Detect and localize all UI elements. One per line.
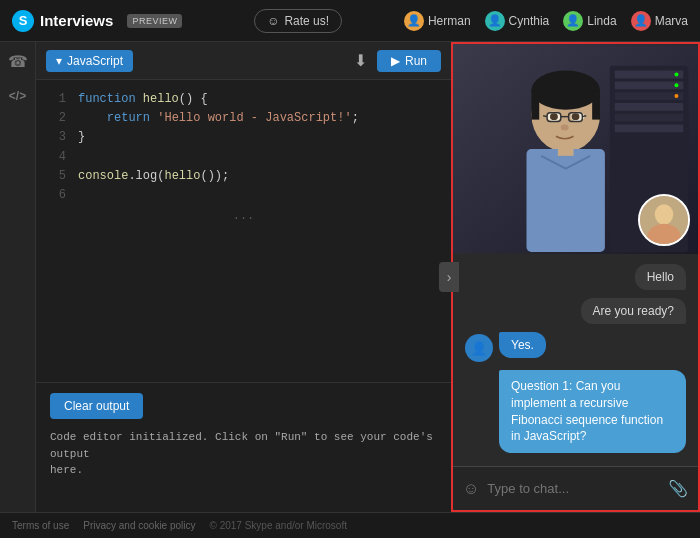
play-icon: ▶ <box>391 54 400 68</box>
code-line-6: 6 <box>36 186 451 205</box>
svg-point-8 <box>674 73 678 77</box>
svg-point-9 <box>674 83 678 87</box>
smiley-icon: ☺ <box>267 14 279 28</box>
code-line-5: 5 console.log(hello()); <box>36 167 451 186</box>
code-line-3: 3 } <box>36 128 451 147</box>
message-question: Question 1: Can you implement a recursiv… <box>499 370 686 453</box>
preview-badge: PREVIEW <box>127 14 182 28</box>
download-button[interactable]: ⬇ <box>354 51 367 70</box>
output-line-2: here. <box>50 464 83 476</box>
user-name-herman: Herman <box>428 14 471 28</box>
code-toolbar: ▾ JavaScript ⬇ ▶ Run <box>36 42 451 80</box>
user-herman[interactable]: 👤 Herman <box>404 11 471 31</box>
svg-point-24 <box>561 125 569 131</box>
message-yes: Yes. <box>499 332 546 358</box>
copyright-text: © 2017 Skype and/or Microsoft <box>210 520 347 531</box>
language-selector[interactable]: ▾ JavaScript <box>46 50 133 72</box>
svg-rect-13 <box>531 90 539 119</box>
footer: Terms of use Privacy and cookie policy ©… <box>0 512 700 538</box>
svg-line-20 <box>543 116 547 117</box>
language-label: JavaScript <box>67 54 123 68</box>
privacy-link[interactable]: Privacy and cookie policy <box>83 520 195 531</box>
video-area <box>453 44 698 254</box>
user-name-cynthia: Cynthia <box>509 14 550 28</box>
expand-arrow[interactable]: › <box>439 262 459 292</box>
chat-input[interactable] <box>487 481 660 496</box>
svg-rect-2 <box>615 71 684 79</box>
svg-line-21 <box>582 116 586 117</box>
header-center: ☺ Rate us! <box>192 9 404 33</box>
svg-rect-6 <box>615 114 684 122</box>
header: S Interviews PREVIEW ☺ Rate us! 👤 Herman… <box>0 0 700 42</box>
svg-rect-5 <box>615 103 684 111</box>
code-line-1: 1 function hello() { <box>36 90 451 109</box>
run-label: Run <box>405 54 427 68</box>
code-panel: ▾ JavaScript ⬇ ▶ Run 1 function hello() … <box>36 42 451 512</box>
svg-point-22 <box>550 113 558 120</box>
run-button[interactable]: ▶ Run <box>377 50 441 72</box>
code-line-2: 2 return 'Hello world - JavaScript!'; <box>36 109 451 128</box>
svg-rect-7 <box>615 125 684 133</box>
chevron-down-icon: ▾ <box>56 54 62 68</box>
left-sidebar: ☎ </> <box>0 42 36 512</box>
user-avatar-linda: 👤 <box>563 11 583 31</box>
app-title: Interviews <box>40 12 113 29</box>
chat-messages[interactable]: Hello Are you ready? 👤 Yes. Question 1: … <box>453 254 698 466</box>
message-yes-wrap: 👤 Yes. <box>465 332 686 362</box>
attachment-icon[interactable]: 📎 <box>668 479 688 498</box>
video-main <box>453 44 698 254</box>
user-avatar-cynthia: 👤 <box>485 11 505 31</box>
users-list: 👤 Herman 👤 Cynthia 👤 Linda 👤 Marva <box>404 11 688 31</box>
svg-rect-3 <box>615 81 684 89</box>
output-text: Code editor initialized. Click on "Run" … <box>50 429 437 479</box>
code-ellipsis: ... <box>36 205 451 227</box>
output-line-1: Code editor initialized. Click on "Run" … <box>50 431 433 460</box>
code-editor[interactable]: 1 function hello() { 2 return 'Hello wor… <box>36 80 451 382</box>
svg-point-23 <box>572 113 580 120</box>
rate-button-label: Rate us! <box>284 14 329 28</box>
code-line-4: 4 <box>36 148 451 167</box>
user-avatar-herman: 👤 <box>404 11 424 31</box>
chat-panel: › <box>451 42 700 512</box>
phone-icon[interactable]: ☎ <box>8 52 28 71</box>
svg-rect-4 <box>615 92 684 100</box>
main-content: ☎ </> ▾ JavaScript ⬇ ▶ Run 1 function he… <box>0 42 700 512</box>
svg-point-28 <box>655 204 673 224</box>
logo: S Interviews PREVIEW <box>12 10 182 32</box>
clear-output-button[interactable]: Clear output <box>50 393 143 419</box>
message-hello: Hello <box>635 264 686 290</box>
chat-avatar: 👤 <box>465 334 493 362</box>
svg-point-12 <box>531 71 600 110</box>
message-ready: Are you ready? <box>581 298 686 324</box>
video-overlay-avatar <box>638 194 690 246</box>
chat-input-bar: ☺ 📎 <box>453 466 698 510</box>
svg-point-10 <box>674 94 678 98</box>
rate-button[interactable]: ☺ Rate us! <box>254 9 342 33</box>
user-name-linda: Linda <box>587 14 616 28</box>
svg-rect-26 <box>558 144 574 156</box>
message-question-wrap: Question 1: Can you implement a recursiv… <box>465 370 686 453</box>
arrow-right-icon: › <box>447 269 452 285</box>
svg-rect-14 <box>592 90 600 119</box>
output-panel: Clear output Code editor initialized. Cl… <box>36 382 451 512</box>
skype-icon: S <box>12 10 34 32</box>
user-marva[interactable]: 👤 Marva <box>631 11 688 31</box>
svg-rect-25 <box>527 149 605 252</box>
user-avatar-marva: 👤 <box>631 11 651 31</box>
terms-link[interactable]: Terms of use <box>12 520 69 531</box>
emoji-icon[interactable]: ☺ <box>463 480 479 498</box>
user-linda[interactable]: 👤 Linda <box>563 11 616 31</box>
user-name-marva: Marva <box>655 14 688 28</box>
user-cynthia[interactable]: 👤 Cynthia <box>485 11 550 31</box>
code-icon[interactable]: </> <box>9 89 26 103</box>
